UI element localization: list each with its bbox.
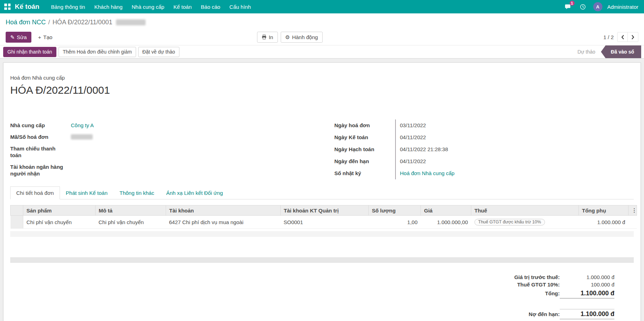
invoice-line-row[interactable]: Chi phí vận chuyển Chi phí vận chuyển 64… [11, 216, 637, 229]
menu-configuration[interactable]: Cấu hình [225, 0, 256, 13]
accounting-date-value: 04/11/2022 [395, 131, 634, 143]
reset-to-draft-button[interactable]: Đặt về dự thảo [138, 47, 179, 57]
create-button-label: Tạo [43, 34, 53, 41]
total-amount-row: Tổng: 1.100.000 đ [545, 288, 614, 299]
recipient-bank-value [71, 161, 310, 179]
menu-dashboard[interactable]: Bảng thông tin [47, 0, 90, 13]
cell-analytic: SO0001 [281, 216, 369, 229]
breadcrumb-current: HÓA Đ/2022/11/0001 [53, 19, 112, 26]
form-buttons: ✎ Sửa + Tạo [6, 32, 57, 43]
user-avatar[interactable]: A [593, 2, 602, 11]
pencil-icon: ✎ [10, 34, 15, 41]
redacted-breadcrumb-value [116, 19, 146, 25]
amount-due-row: Nợ đến hạn: 1.100.000 đ [529, 308, 614, 320]
vendor-value[interactable]: Công ty A [71, 122, 94, 128]
cell-subtotal: 1.000.000 đ [579, 216, 628, 229]
tax-amount-row: Thuế GTGT 10%: 100.000 đ [517, 281, 614, 288]
activities-icon[interactable] [577, 2, 589, 12]
total-amount-label: Tổng: [545, 290, 560, 296]
column-options-icon[interactable]: ⋮ [628, 205, 637, 216]
invoice-lines-table: Sản phẩm Mô tả Tài khoản Tài khoản KT Qu… [10, 205, 637, 229]
menu-reports[interactable]: Báo cáo [196, 0, 225, 13]
tax-tag: Thuế GTGT được khấu trừ 10% [474, 219, 545, 226]
col-description: Mô tả [96, 205, 166, 216]
right-field-group: Ngày hoá đơn 03/11/2022 Ngày Kế toán 04/… [335, 119, 634, 179]
journal-label: Sổ nhật ký [335, 167, 395, 179]
pager-next-button[interactable] [628, 32, 638, 42]
table-header-row: Sản phẩm Mô tả Tài khoản Tài khoản KT Qu… [11, 205, 637, 216]
status-states: Dự thảo Đã vào sổ [572, 45, 641, 58]
pager-counter[interactable]: 1 / 2 [603, 34, 614, 40]
breadcrumb-parent[interactable]: Hoá đơn NCC [6, 19, 46, 26]
add-credit-note-button[interactable]: Thêm Hoá đơn điều chỉnh giảm [59, 47, 136, 57]
amount-due-value: 1.100.000 đ [560, 309, 614, 319]
due-date-value: 04/11/2022 [395, 155, 634, 167]
create-button[interactable]: + Tạo [33, 32, 57, 43]
state-draft[interactable]: Dự thảo [572, 45, 601, 58]
pager-previous-button[interactable] [617, 32, 628, 42]
tab-other-info[interactable]: Thông tin khác [114, 186, 160, 199]
breadcrumb-bar: Hoá đơn NCC/HÓA Đ/2022/11/0001 [0, 13, 644, 30]
apps-menu-icon[interactable] [4, 4, 11, 10]
document-actions: In ⚙ Hành động [257, 32, 322, 43]
control-bar: ✎ Sửa + Tạo In ⚙ Hành động 1 / 2 [0, 30, 644, 45]
gear-icon: ⚙ [285, 34, 290, 41]
payment-reference-label: Tham chiếu thanh toán [10, 143, 71, 161]
section-separator-strip [10, 257, 634, 263]
posting-date-label: Ngày Hạch toán [335, 143, 395, 155]
cell-account: 6427 Chi phí dịch vụ mua ngoài [166, 216, 281, 229]
tax-amount-label: Thuế GTGT 10%: [517, 282, 560, 288]
untaxed-amount-value: 1.000.000 đ [560, 274, 614, 280]
invoice-date-value: 03/11/2022 [395, 119, 634, 131]
print-button[interactable]: In [257, 32, 278, 43]
edit-button[interactable]: ✎ Sửa [6, 32, 31, 43]
menu-customers[interactable]: Khách hàng [90, 0, 127, 13]
redacted-bill-reference [71, 134, 93, 140]
chevron-right-icon [631, 35, 634, 39]
cell-quantity: 1,00 [369, 216, 421, 229]
tab-counterpart-mapping[interactable]: Ánh xạ Liên kết Đối ứng [160, 186, 229, 199]
breadcrumb-separator: / [48, 19, 50, 26]
action-button[interactable]: ⚙ Hành động [281, 32, 323, 43]
messages-icon[interactable]: 1 [562, 2, 575, 12]
row-handle-cell [11, 216, 23, 229]
accounting-date-label: Ngày Kế toán [335, 131, 395, 143]
untaxed-amount-label: Giá trị trước thuế: [514, 274, 560, 280]
recipient-bank-label: Tài khoản ngân hàng người nhận [10, 161, 71, 179]
col-quantity: Số lượng [369, 205, 421, 216]
menu-accounting[interactable]: Kế toán [169, 0, 196, 13]
invoice-date-label: Ngày hoá đơn [335, 119, 395, 131]
totals-block: Giá trị trước thuế: 1.000.000 đ Thuế GTG… [10, 273, 614, 320]
col-tax: Thuế [471, 205, 579, 216]
document-type-label: Hoá đơn Nhà cung cấp [10, 75, 634, 81]
vendor-label: Nhà cung cấp [10, 119, 71, 131]
top-navbar: Kế toán Bảng thông tin Khách hàng Nhà cu… [0, 0, 644, 13]
plus-icon: + [38, 34, 41, 41]
bill-reference-value [71, 131, 310, 143]
statusbar: Ghi nhận thanh toán Thêm Hoá đơn điều ch… [0, 45, 644, 58]
messages-badge: 1 [570, 1, 575, 6]
tab-journal-items[interactable]: Phát sinh Kế toán [60, 186, 114, 199]
app-name[interactable]: Kế toán [15, 3, 39, 11]
user-name[interactable]: Administrator [607, 4, 638, 10]
cell-product: Chi phí vận chuyển [23, 216, 96, 229]
cell-tax: Thuế GTGT được khấu trừ 10% [471, 216, 579, 229]
menu-vendors[interactable]: Nhà cung cấp [127, 0, 169, 13]
journal-value[interactable]: Hoá đơn Nhà cung cấp [400, 170, 455, 176]
register-payment-button[interactable]: Ghi nhận thanh toán [3, 47, 56, 57]
document-title: HÓA Đ/2022/11/0001 [10, 84, 634, 96]
pager: 1 / 2 [603, 32, 638, 42]
col-account: Tài khoản [166, 205, 281, 216]
cell-description: Chi phí vận chuyển [96, 216, 166, 229]
clock-icon [580, 4, 586, 10]
left-field-group: Nhà cung cấp Công ty A Mã/Số hoá đơn Tha… [10, 119, 310, 179]
payment-reference-value [71, 143, 310, 161]
sheet-area: Hoá đơn Nhà cung cấp HÓA Đ/2022/11/0001 … [0, 58, 644, 321]
notebook-tabs: Chi tiết hoá đơn Phát sinh Kế toán Thông… [10, 186, 634, 199]
col-price: Giá [421, 205, 471, 216]
action-button-label: Hành động [292, 34, 318, 41]
amount-due-label: Nợ đến hạn: [529, 311, 560, 317]
col-analytic-account: Tài khoản KT Quản trị [281, 205, 369, 216]
tab-invoice-lines[interactable]: Chi tiết hoá đơn [10, 186, 60, 199]
state-posted[interactable]: Đã vào sổ [601, 45, 641, 58]
